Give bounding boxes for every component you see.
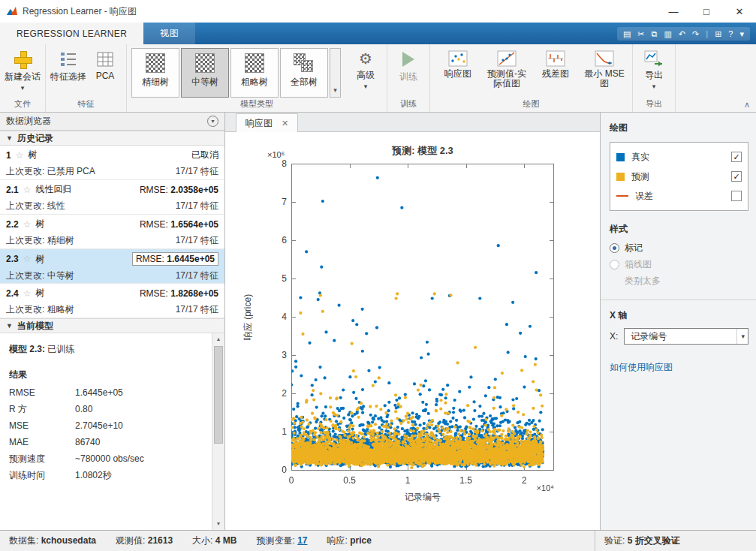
cut-icon[interactable]: ✂ — [637, 29, 644, 38]
undo-icon[interactable]: ↶ — [679, 29, 685, 38]
qat-separator: | — [706, 29, 708, 38]
export-button[interactable]: 导出 ▾ — [637, 46, 670, 89]
save-icon[interactable]: ▤ — [623, 29, 631, 38]
close-tab-icon[interactable]: ✕ — [282, 119, 288, 128]
history-list: 1☆树已取消上次更改: 已禁用 PCA17/17 特征2.1☆线性回归RMSE:… — [0, 146, 224, 318]
star-icon[interactable]: ☆ — [23, 185, 32, 195]
predicted-vs-actual-button[interactable]: 预测值-实际值图 — [483, 46, 530, 89]
titlebar: Regression Learner - 响应图 — □ ✕ — [0, 0, 756, 23]
play-icon — [402, 52, 414, 67]
feature-selection-button[interactable]: 特征选择 — [50, 46, 86, 83]
star-icon[interactable]: ☆ — [16, 150, 24, 161]
advanced-button[interactable]: ⚙ 高级 ▾ — [349, 46, 382, 89]
x-tick-label: 1 — [393, 475, 423, 486]
status-validation: 验证: 5 折交叉验证 — [595, 531, 756, 551]
x-axis-select[interactable]: 记录编号 ▾ — [624, 328, 748, 345]
help-link[interactable]: 如何使用响应图 — [610, 361, 748, 374]
panel-menu-icon[interactable]: ▾ — [207, 116, 218, 127]
metric-value: 86740 — [75, 434, 100, 450]
star-icon[interactable]: ☆ — [23, 254, 32, 264]
model-coarse-tree-button[interactable]: 粗略树 — [230, 48, 279, 98]
scroll-down-icon[interactable]: ▼ — [212, 518, 224, 530]
status-bar: 数据集: kchousedata 观测值: 21613 大小: 4 MB 预测变… — [0, 530, 756, 551]
model-medium-tree-button[interactable]: 中等树 — [181, 48, 229, 98]
copy-icon[interactable]: ⧉ — [652, 29, 658, 38]
model-id: 2.4 — [6, 288, 19, 299]
ribbon-section-plots: 响应图 预测值-实际值图 残差图 最小 MSE 图 绘图 — [430, 44, 633, 112]
train-label: 训练 — [399, 71, 417, 83]
model-all-trees-button[interactable]: 全部树 — [280, 48, 328, 98]
status-predictors: 预测变量: 17 — [256, 534, 307, 547]
model-type-gallery: 精细树 中等树 粗略树 全部树 ▾ — [131, 46, 341, 98]
response-plot: 预测: 模型 2.3 ×10⁶ 响应 (price) 记录编号 ×10⁴ 00.… — [225, 132, 600, 530]
maximize-button[interactable]: □ — [690, 0, 723, 23]
model-fine-tree-button[interactable]: 精细树 — [131, 48, 179, 98]
min-mse-plot-button[interactable]: 最小 MSE 图 — [581, 46, 628, 89]
star-icon[interactable]: ☆ — [23, 219, 32, 230]
minimize-button[interactable]: — — [657, 0, 690, 23]
radio-icon — [610, 260, 619, 269]
plot-panel-title: 绘图 — [610, 122, 748, 134]
model-scrollbar[interactable]: ▲ ▼ — [212, 333, 224, 530]
tab-view[interactable]: 视图 — [143, 23, 195, 44]
style-markers-radio[interactable]: 标记 — [610, 242, 748, 254]
new-session-button[interactable]: 新建会话 ▾ — [5, 46, 41, 91]
history-item-2.4[interactable]: 2.4☆树RMSE: 1.8268e+05上次更改: 粗略树17/17 特征 — [0, 284, 224, 318]
history-item-1[interactable]: 1☆树已取消上次更改: 已禁用 PCA17/17 特征 — [0, 146, 224, 180]
legend-marker — [616, 195, 628, 197]
plus-icon — [14, 50, 32, 68]
train-button[interactable]: 训练 — [392, 46, 425, 83]
status-dataset: 数据集: kchousedata — [9, 534, 96, 547]
paste-icon[interactable]: ▥ — [664, 29, 671, 38]
response-plot-button[interactable]: 响应图 — [435, 46, 481, 79]
legend-checkbox[interactable] — [731, 191, 742, 201]
close-button[interactable]: ✕ — [723, 0, 756, 23]
model-id-label: 模型 2.3: — [9, 344, 45, 354]
regression-learner-window: Regression Learner - 响应图 — □ ✕ REGRESSIO… — [0, 0, 756, 551]
legend-checkbox[interactable]: ✓ — [731, 152, 742, 162]
current-model-section-header[interactable]: ▼ 当前模型 — [0, 318, 224, 333]
predicted-vs-actual-icon — [497, 50, 517, 67]
export-label: 导出 — [645, 69, 663, 82]
status-size: 大小: 4 MB — [192, 534, 236, 547]
history-item-2.2[interactable]: 2.2☆树RMSE: 1.6564e+05上次更改: 精细树17/17 特征 — [0, 215, 224, 249]
feature-selection-label: 特征选择 — [50, 71, 86, 83]
history-item-2.1[interactable]: 2.1☆线性回归RMSE: 2.0358e+05上次更改: 线性17/17 特征 — [0, 180, 224, 215]
metric-value: 2.7045e+10 — [75, 417, 123, 434]
ribbon-tab-bar: REGRESSION LEARNER 视图 ▤ ✂ ⧉ ▥ ↶ ↷ | ⊞ ? … — [0, 23, 756, 44]
pca-button[interactable]: PCA — [89, 46, 122, 81]
history-section-header[interactable]: ▼ 历史记录 — [0, 131, 224, 146]
metric-row: MSE2.7045e+10 — [9, 417, 205, 434]
tab-regression-learner[interactable]: REGRESSION LEARNER — [0, 23, 143, 44]
collapse-ribbon-icon[interactable]: ∧ — [744, 100, 750, 110]
predictors-link[interactable]: 17 — [297, 535, 307, 546]
model-id: 2.1 — [6, 185, 19, 195]
model-rmse: RMSE: 1.8268e+05 — [140, 288, 218, 299]
section-label-features: 特征 — [46, 98, 126, 110]
residuals-plot-button[interactable]: 残差图 — [532, 46, 579, 79]
feature-count: 17/17 特征 — [176, 303, 218, 316]
model-id: 2.3 — [6, 254, 19, 264]
fine-tree-label: 精细树 — [142, 76, 169, 89]
legend-checkbox[interactable]: ✓ — [731, 171, 742, 182]
quick-access-toolbar: ▤ ✂ ⧉ ▥ ↶ ↷ | ⊞ ? ▾ — [617, 27, 750, 41]
star-icon[interactable]: ☆ — [23, 288, 32, 299]
coarse-tree-label: 粗略树 — [241, 76, 268, 89]
scroll-up-icon[interactable]: ▲ — [212, 333, 224, 345]
redo-icon[interactable]: ↷ — [692, 29, 699, 38]
model-gallery-dropdown[interactable]: ▾ — [330, 48, 341, 98]
status-observations: 观测值: 21613 — [116, 534, 173, 547]
legend-marker — [616, 153, 625, 161]
help-icon[interactable]: ? — [728, 29, 733, 38]
metric-value: 1.0802秒 — [75, 467, 112, 483]
layout-icon[interactable]: ⊞ — [715, 29, 721, 38]
section-label-model-type: 模型类型 — [127, 98, 387, 110]
response-plot-tab[interactable]: 响应图 ✕ — [236, 113, 298, 132]
scrollbar-thumb[interactable] — [214, 346, 223, 444]
boxplot-option-label: 箱线图 — [625, 258, 652, 271]
chevron-down-icon[interactable]: ▾ — [739, 29, 744, 38]
y-tick-label: 4 — [257, 312, 287, 322]
style-boxplot-radio: 箱线图 — [610, 258, 748, 271]
history-title: 历史记录 — [17, 132, 53, 145]
history-item-2.3[interactable]: 2.3☆树RMSE: 1.6445e+05上次更改: 中等树17/17 特征 — [0, 249, 224, 284]
